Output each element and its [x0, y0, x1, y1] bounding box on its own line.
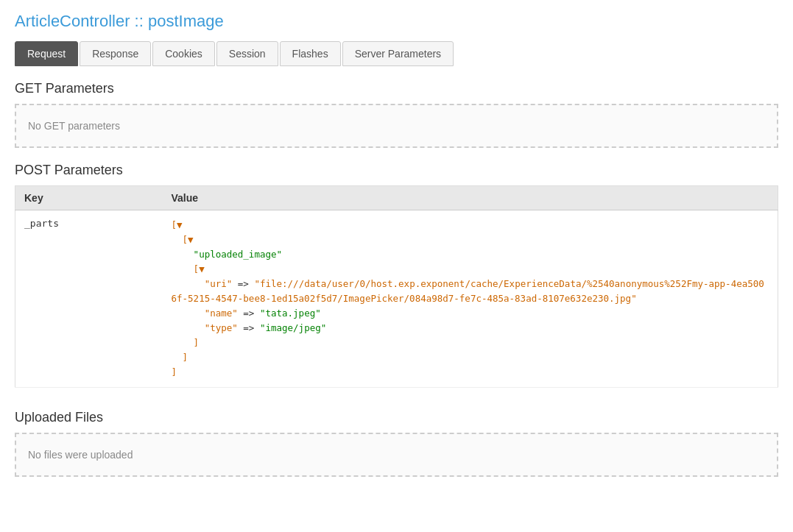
table-header-row: Key Value: [15, 186, 778, 210]
tab-bar: Request Response Cookies Session Flashes…: [15, 41, 778, 66]
tab-response[interactable]: Response: [80, 41, 151, 66]
get-parameters-empty-message: No GET parameters: [28, 120, 120, 132]
uploaded-files-empty-message: No files were uploaded: [28, 449, 133, 461]
post-parameters-title: POST Parameters: [15, 163, 778, 178]
post-parameters-table: Key Value _parts [▼ [▼ "uploaded_image" …: [15, 185, 778, 388]
value-pre: [▼ [▼ "uploaded_image" [▼ "uri" => "file…: [172, 218, 769, 380]
tab-request[interactable]: Request: [15, 41, 78, 66]
col-header-key: Key: [15, 186, 163, 210]
uploaded-files-empty-box: No files were uploaded: [15, 433, 778, 477]
get-parameters-title: GET Parameters: [15, 81, 778, 96]
tab-server-parameters[interactable]: Server Parameters: [342, 41, 454, 66]
uploaded-files-title: Uploaded Files: [15, 410, 778, 425]
tab-session[interactable]: Session: [216, 41, 278, 66]
row-value: [▼ [▼ "uploaded_image" [▼ "uri" => "file…: [163, 210, 778, 388]
row-key: _parts: [15, 210, 163, 388]
page-title: ArticleController :: postImage: [15, 12, 778, 31]
tab-flashes[interactable]: Flashes: [280, 41, 341, 66]
get-parameters-empty-box: No GET parameters: [15, 104, 778, 148]
table-row: _parts [▼ [▼ "uploaded_image" [▼ "uri" =…: [15, 210, 778, 388]
page-title-link[interactable]: ArticleController :: postImage: [15, 12, 778, 31]
tab-cookies[interactable]: Cookies: [152, 41, 215, 66]
col-header-value: Value: [163, 186, 778, 210]
